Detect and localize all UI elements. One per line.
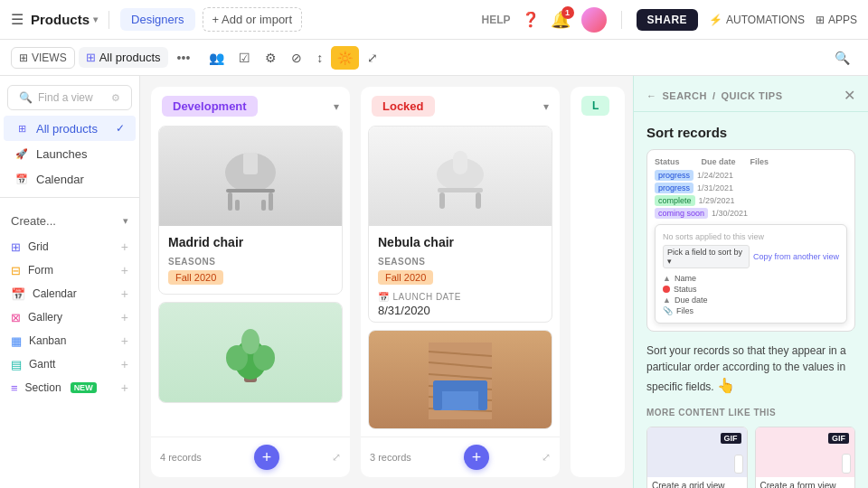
help-button[interactable]: HELP xyxy=(482,14,511,26)
create-label: Create... xyxy=(11,214,56,228)
help-icon[interactable]: ❓ xyxy=(522,11,540,28)
share-button[interactable]: SHARE xyxy=(637,9,699,31)
grid-thumb-label: Create a grid view xyxy=(647,477,747,488)
avatar[interactable] xyxy=(581,7,607,33)
settings-small-icon[interactable]: ⚙ xyxy=(111,92,120,104)
sort-name-option[interactable]: ▲ Name xyxy=(663,274,839,283)
sidebar-type-section[interactable]: ≡ Section NEW + xyxy=(0,376,139,399)
add-import-button[interactable]: + Add or import xyxy=(203,7,303,32)
automations-button[interactable]: ⚡ AUTOMATIONS xyxy=(709,14,805,26)
card-nebula-chair[interactable]: Nebula chair SEASONS Fall 2020 📅 LAUNCH … xyxy=(368,126,552,323)
sidebar-item-all-products[interactable]: ⊞ All products ✓ xyxy=(4,116,136,141)
calendar-small-icon: 📅 xyxy=(378,292,390,302)
copy-sorts-button[interactable]: Copy from another view xyxy=(753,252,839,261)
section-plus-icon[interactable]: + xyxy=(121,380,128,395)
add-card-button-locked[interactable]: + xyxy=(464,445,489,470)
all-products-view-label: All products xyxy=(36,122,98,136)
sort-status-option[interactable]: Status xyxy=(663,285,839,294)
highlight-icon[interactable]: 🔆 xyxy=(331,46,359,70)
gantt-plus-icon[interactable]: + xyxy=(121,357,128,371)
sidebar-type-kanban[interactable]: ▦ Kanban + xyxy=(0,329,139,352)
checkbox-icon[interactable]: ☑ xyxy=(232,46,257,70)
filter-icon[interactable]: ⊘ xyxy=(285,46,308,70)
gantt-type-label: Gantt xyxy=(29,358,55,371)
people-icon[interactable]: 👥 xyxy=(203,46,231,70)
create-section[interactable]: Create... ▾ xyxy=(0,207,139,235)
sidebar-type-gantt[interactable]: ▤ Gantt + xyxy=(0,352,139,376)
settings-icon[interactable]: ⚙ xyxy=(259,46,283,70)
kanban-cards-locked: Nebula chair SEASONS Fall 2020 📅 LAUNCH … xyxy=(361,126,560,436)
quick-tips-breadcrumb: QUICK TIPS xyxy=(722,90,783,101)
svg-rect-15 xyxy=(476,192,481,209)
panel-thumb-grid[interactable]: GIF Create a grid view xyxy=(646,427,748,488)
designers-tab[interactable]: Designers xyxy=(120,8,195,31)
kanban-cards-development: Madrid chair SEASONS Fall 2020 xyxy=(151,126,350,436)
sidebar-type-gallery[interactable]: ⊠ Gallery + xyxy=(0,305,139,329)
create-arrow-icon: ▾ xyxy=(123,215,128,227)
search-button[interactable]: 🔍 xyxy=(827,46,857,70)
grid-plus-icon[interactable]: + xyxy=(121,239,128,254)
date-2: 1/31/2021 xyxy=(697,183,733,192)
notification-button[interactable]: 🔔 1 xyxy=(551,10,571,30)
more-options-button[interactable]: ••• xyxy=(172,48,196,68)
expand-icon[interactable]: ⤢ xyxy=(361,46,384,70)
panel-preview-image: Status Due date Files progress 1/24/2021… xyxy=(646,149,855,332)
sort-duedate-option[interactable]: ▲ Due date xyxy=(663,296,839,305)
expand-button-dev[interactable]: ⤢ xyxy=(332,451,341,464)
top-bar: ☰ Products ▾ Designers + Add or import H… xyxy=(0,0,868,40)
grid-icon: ⊞ xyxy=(19,52,28,64)
cal-type-label: Calendar xyxy=(33,287,77,300)
sort-files-option[interactable]: 📎 Files xyxy=(663,306,839,315)
expand-button-locked[interactable]: ⤢ xyxy=(542,451,551,464)
find-view-input[interactable]: 🔍 Find a view ⚙ xyxy=(7,85,132,110)
add-card-button-dev[interactable]: + xyxy=(254,445,279,470)
sort-icon[interactable]: ↕ xyxy=(310,46,329,70)
card-content-nebula: Nebula chair SEASONS Fall 2020 📅 LAUNCH … xyxy=(369,226,552,323)
card-tag-madrid: Fall 2020 xyxy=(168,270,223,285)
gallery-type-icon: ⊠ xyxy=(11,311,21,324)
sort-field-dropdown[interactable]: Pick a field to sort by ▾ xyxy=(663,245,750,268)
preview-col-date: Due date xyxy=(702,157,736,166)
back-arrow-icon[interactable]: ← xyxy=(646,90,657,101)
col-dropdown-development[interactable]: ▾ xyxy=(334,100,339,113)
products-button[interactable]: Products ▾ xyxy=(31,12,98,27)
panel-section-title: Sort records xyxy=(646,125,855,140)
menu-icon[interactable]: ☰ xyxy=(11,11,24,28)
card-plant[interactable] xyxy=(158,302,343,403)
kanban-plus-icon[interactable]: + xyxy=(121,333,128,348)
gallery-plus-icon[interactable]: + xyxy=(121,310,128,324)
all-products-label: All products xyxy=(99,51,161,64)
col-dropdown-locked[interactable]: ▾ xyxy=(543,100,549,113)
apps-icon: ⊞ xyxy=(816,14,825,26)
panel-close-button[interactable]: ✕ xyxy=(844,87,855,104)
svg-rect-1 xyxy=(226,189,275,192)
sidebar-type-grid[interactable]: ⊞ Grid + xyxy=(0,235,139,258)
grid-gif-badge: GIF xyxy=(721,433,741,444)
col-header-locked: Locked ▾ xyxy=(361,87,560,126)
grid-type-icon: ⊞ xyxy=(11,240,21,254)
search-breadcrumb[interactable]: SEARCH xyxy=(663,90,707,101)
views-button[interactable]: ⊞ VIEWS xyxy=(11,47,75,69)
automations-label: AUTOMATIONS xyxy=(726,14,805,26)
records-count-dev: 4 records xyxy=(160,452,202,463)
cal-plus-icon[interactable]: + xyxy=(121,286,128,301)
sidebar-type-form[interactable]: ⊟ Form + xyxy=(0,258,139,282)
apps-button[interactable]: ⊞ APPS xyxy=(816,14,857,26)
panel-body-text: Sort your records so that they appear in… xyxy=(646,343,855,397)
search-icon: 🔍 xyxy=(19,91,33,104)
all-products-view-button[interactable]: ⊞ All products xyxy=(79,47,168,68)
svg-rect-2 xyxy=(228,192,232,211)
sidebar-item-calendar[interactable]: 📅 Calendar xyxy=(4,166,136,192)
form-plus-icon[interactable]: + xyxy=(121,263,128,277)
sidebar-type-calendar[interactable]: 📅 Calendar + xyxy=(0,282,139,305)
kanban-col-development: Development ▾ xyxy=(151,87,350,477)
sidebar-item-launches[interactable]: 🚀 Launches xyxy=(4,141,136,166)
records-count-locked: 3 records xyxy=(370,452,411,463)
views-label: VIEWS xyxy=(32,52,67,64)
grid-view-icon: ⊞ xyxy=(14,121,29,136)
card-madrid-chair[interactable]: Madrid chair SEASONS Fall 2020 xyxy=(158,126,343,295)
panel-thumb-form[interactable]: GIF Create a form view xyxy=(755,427,856,488)
status-progress-1: progress xyxy=(655,170,693,181)
card-wood[interactable] xyxy=(368,330,552,429)
panel-header: ← SEARCH / QUICK TIPS ✕ xyxy=(634,76,868,112)
